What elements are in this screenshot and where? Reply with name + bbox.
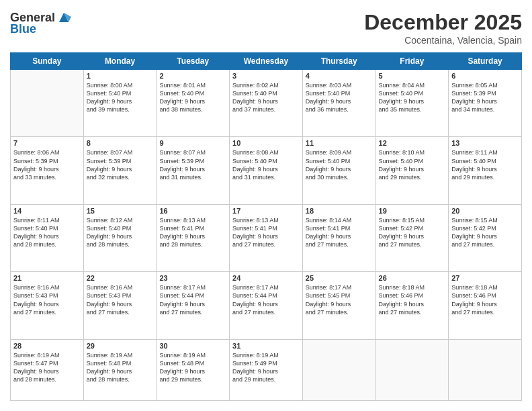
calendar-cell: 15Sunrise: 8:12 AMSunset: 5:40 PMDayligh… bbox=[83, 204, 157, 271]
day-number: 4 bbox=[306, 72, 373, 80]
day-info: Sunrise: 8:08 AMSunset: 5:40 PMDaylight:… bbox=[232, 148, 300, 181]
calendar-cell bbox=[449, 339, 522, 400]
calendar-cell: 24Sunrise: 8:17 AMSunset: 5:44 PMDayligh… bbox=[230, 272, 303, 339]
month-title: December 2025 bbox=[364, 10, 522, 35]
day-number: 15 bbox=[87, 207, 154, 215]
day-info: Sunrise: 8:18 AMSunset: 5:46 PMDaylight:… bbox=[451, 283, 519, 316]
calendar-cell: 22Sunrise: 8:16 AMSunset: 5:43 PMDayligh… bbox=[83, 272, 157, 339]
day-info: Sunrise: 8:18 AMSunset: 5:46 PMDaylight:… bbox=[379, 283, 446, 316]
day-info: Sunrise: 8:07 AMSunset: 5:39 PMDaylight:… bbox=[87, 148, 154, 181]
calendar-cell: 26Sunrise: 8:18 AMSunset: 5:46 PMDayligh… bbox=[375, 272, 449, 339]
day-info: Sunrise: 8:00 AMSunset: 5:40 PMDaylight:… bbox=[87, 81, 154, 114]
day-number: 11 bbox=[306, 139, 373, 147]
day-info: Sunrise: 8:04 AMSunset: 5:40 PMDaylight:… bbox=[379, 81, 446, 114]
day-number: 26 bbox=[379, 274, 446, 282]
day-info: Sunrise: 8:12 AMSunset: 5:40 PMDaylight:… bbox=[87, 216, 154, 249]
calendar-week-3: 14Sunrise: 8:11 AMSunset: 5:40 PMDayligh… bbox=[11, 204, 522, 271]
day-number: 19 bbox=[379, 207, 446, 215]
day-number: 6 bbox=[451, 72, 519, 80]
calendar-cell: 3Sunrise: 8:02 AMSunset: 5:40 PMDaylight… bbox=[230, 70, 303, 137]
calendar-header-row: SundayMondayTuesdayWednesdayThursdayFrid… bbox=[11, 53, 522, 70]
calendar-cell: 30Sunrise: 8:19 AMSunset: 5:48 PMDayligh… bbox=[157, 339, 230, 400]
day-info: Sunrise: 8:19 AMSunset: 5:48 PMDaylight:… bbox=[159, 351, 226, 384]
calendar-table: SundayMondayTuesdayWednesdayThursdayFrid… bbox=[10, 52, 522, 401]
day-info: Sunrise: 8:17 AMSunset: 5:44 PMDaylight:… bbox=[159, 283, 226, 316]
day-number: 23 bbox=[159, 274, 226, 282]
calendar-cell: 27Sunrise: 8:18 AMSunset: 5:46 PMDayligh… bbox=[449, 272, 522, 339]
calendar-cell: 19Sunrise: 8:15 AMSunset: 5:42 PMDayligh… bbox=[375, 204, 449, 271]
calendar-cell: 7Sunrise: 8:06 AMSunset: 5:39 PMDaylight… bbox=[11, 137, 84, 204]
calendar-header-monday: Monday bbox=[83, 53, 157, 70]
day-number: 8 bbox=[87, 139, 154, 147]
day-info: Sunrise: 8:16 AMSunset: 5:43 PMDaylight:… bbox=[13, 283, 81, 316]
calendar-cell: 13Sunrise: 8:11 AMSunset: 5:40 PMDayligh… bbox=[449, 137, 522, 204]
day-info: Sunrise: 8:13 AMSunset: 5:41 PMDaylight:… bbox=[232, 216, 300, 249]
day-info: Sunrise: 8:02 AMSunset: 5:40 PMDaylight:… bbox=[232, 81, 300, 114]
day-info: Sunrise: 8:03 AMSunset: 5:40 PMDaylight:… bbox=[306, 81, 373, 114]
calendar-week-4: 21Sunrise: 8:16 AMSunset: 5:43 PMDayligh… bbox=[11, 272, 522, 339]
calendar-cell: 29Sunrise: 8:19 AMSunset: 5:48 PMDayligh… bbox=[83, 339, 157, 400]
day-info: Sunrise: 8:11 AMSunset: 5:40 PMDaylight:… bbox=[451, 148, 519, 181]
calendar-cell: 10Sunrise: 8:08 AMSunset: 5:40 PMDayligh… bbox=[230, 137, 303, 204]
calendar-header-friday: Friday bbox=[375, 53, 449, 70]
calendar-cell: 14Sunrise: 8:11 AMSunset: 5:40 PMDayligh… bbox=[11, 204, 84, 271]
day-number: 12 bbox=[379, 139, 446, 147]
day-number: 25 bbox=[306, 274, 373, 282]
calendar-cell: 18Sunrise: 8:14 AMSunset: 5:41 PMDayligh… bbox=[302, 204, 375, 271]
day-number: 3 bbox=[232, 72, 300, 80]
day-info: Sunrise: 8:16 AMSunset: 5:43 PMDaylight:… bbox=[87, 283, 154, 316]
day-number: 13 bbox=[451, 139, 519, 147]
day-number: 5 bbox=[379, 72, 446, 80]
day-info: Sunrise: 8:05 AMSunset: 5:39 PMDaylight:… bbox=[451, 81, 519, 114]
day-number: 1 bbox=[87, 72, 154, 80]
calendar-cell: 31Sunrise: 8:19 AMSunset: 5:49 PMDayligh… bbox=[230, 339, 303, 400]
calendar-cell bbox=[375, 339, 449, 400]
calendar-cell: 21Sunrise: 8:16 AMSunset: 5:43 PMDayligh… bbox=[11, 272, 84, 339]
logo-icon bbox=[56, 10, 71, 25]
calendar-cell: 8Sunrise: 8:07 AMSunset: 5:39 PMDaylight… bbox=[83, 137, 157, 204]
day-number: 18 bbox=[306, 207, 373, 215]
day-number: 28 bbox=[13, 342, 81, 350]
calendar-cell: 1Sunrise: 8:00 AMSunset: 5:40 PMDaylight… bbox=[83, 70, 157, 137]
day-info: Sunrise: 8:11 AMSunset: 5:40 PMDaylight:… bbox=[13, 216, 81, 249]
day-info: Sunrise: 8:15 AMSunset: 5:42 PMDaylight:… bbox=[379, 216, 446, 249]
day-number: 10 bbox=[232, 139, 300, 147]
calendar-week-2: 7Sunrise: 8:06 AMSunset: 5:39 PMDaylight… bbox=[11, 137, 522, 204]
calendar-header-saturday: Saturday bbox=[449, 53, 522, 70]
location: Cocentaina, Valencia, Spain bbox=[364, 35, 522, 46]
calendar-header-tuesday: Tuesday bbox=[157, 53, 230, 70]
day-info: Sunrise: 8:09 AMSunset: 5:40 PMDaylight:… bbox=[306, 148, 373, 181]
calendar-week-1: 1Sunrise: 8:00 AMSunset: 5:40 PMDaylight… bbox=[11, 70, 522, 137]
calendar-cell: 16Sunrise: 8:13 AMSunset: 5:41 PMDayligh… bbox=[157, 204, 230, 271]
calendar-cell: 4Sunrise: 8:03 AMSunset: 5:40 PMDaylight… bbox=[302, 70, 375, 137]
title-area: December 2025 Cocentaina, Valencia, Spai… bbox=[364, 10, 522, 46]
day-info: Sunrise: 8:10 AMSunset: 5:40 PMDaylight:… bbox=[379, 148, 446, 181]
day-number: 7 bbox=[13, 139, 81, 147]
calendar-cell: 12Sunrise: 8:10 AMSunset: 5:40 PMDayligh… bbox=[375, 137, 449, 204]
day-info: Sunrise: 8:19 AMSunset: 5:48 PMDaylight:… bbox=[87, 351, 154, 384]
day-number: 31 bbox=[232, 342, 300, 350]
calendar-cell: 11Sunrise: 8:09 AMSunset: 5:40 PMDayligh… bbox=[302, 137, 375, 204]
logo: General Blue bbox=[10, 10, 71, 36]
calendar-cell: 6Sunrise: 8:05 AMSunset: 5:39 PMDaylight… bbox=[449, 70, 522, 137]
day-info: Sunrise: 8:14 AMSunset: 5:41 PMDaylight:… bbox=[306, 216, 373, 249]
day-info: Sunrise: 8:06 AMSunset: 5:39 PMDaylight:… bbox=[13, 148, 81, 181]
calendar-header-wednesday: Wednesday bbox=[230, 53, 303, 70]
calendar-cell bbox=[11, 70, 84, 137]
day-info: Sunrise: 8:13 AMSunset: 5:41 PMDaylight:… bbox=[159, 216, 226, 249]
day-number: 21 bbox=[13, 274, 81, 282]
day-info: Sunrise: 8:17 AMSunset: 5:45 PMDaylight:… bbox=[306, 283, 373, 316]
day-number: 24 bbox=[232, 274, 300, 282]
day-number: 27 bbox=[451, 274, 519, 282]
day-info: Sunrise: 8:19 AMSunset: 5:47 PMDaylight:… bbox=[13, 351, 81, 384]
day-number: 20 bbox=[451, 207, 519, 215]
calendar-header-thursday: Thursday bbox=[302, 53, 375, 70]
day-info: Sunrise: 8:01 AMSunset: 5:40 PMDaylight:… bbox=[159, 81, 226, 114]
day-number: 29 bbox=[87, 342, 154, 350]
calendar-cell: 9Sunrise: 8:07 AMSunset: 5:39 PMDaylight… bbox=[157, 137, 230, 204]
day-number: 9 bbox=[159, 139, 226, 147]
calendar-cell: 20Sunrise: 8:15 AMSunset: 5:42 PMDayligh… bbox=[449, 204, 522, 271]
calendar-cell bbox=[302, 339, 375, 400]
day-number: 30 bbox=[159, 342, 226, 350]
calendar-cell: 5Sunrise: 8:04 AMSunset: 5:40 PMDaylight… bbox=[375, 70, 449, 137]
